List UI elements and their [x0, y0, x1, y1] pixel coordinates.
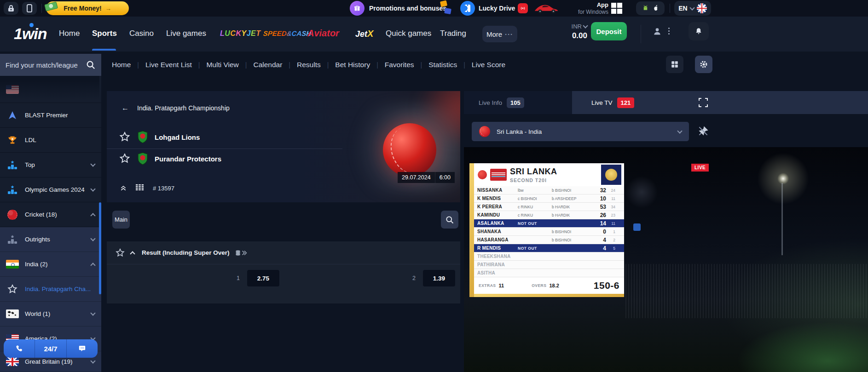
kebab-menu-icon[interactable] [668, 28, 670, 34]
promotions-link[interactable]: Promotions and bonuses [369, 5, 446, 12]
subnav-live-score[interactable]: Live Score [472, 61, 505, 69]
language-selector[interactable]: EN [674, 1, 711, 16]
stream-title: Sri Lanka - India [497, 128, 671, 135]
sidebar-item-label: Great Britain (19) [25, 358, 86, 365]
nav-lucky-jet[interactable]: LUCKYJET [220, 29, 261, 38]
subnav-statistics[interactable]: Statistics [428, 61, 457, 69]
total-score: 150-6 [594, 280, 619, 291]
nav-jetx[interactable]: JetX [355, 29, 373, 39]
tab-live-info[interactable]: Live Info 105 [479, 91, 524, 114]
divider [641, 25, 641, 43]
usa-flag-icon [6, 85, 19, 94]
podium-icon [6, 234, 19, 245]
scorecard-row: K MENDISc BISHNOIb ARSHDEEP1011 [474, 195, 624, 203]
divider [670, 4, 670, 13]
nav-sports[interactable]: Sports [92, 29, 117, 38]
team-badge-icon [137, 131, 148, 143]
subnav-home[interactable]: Home [112, 61, 131, 69]
nav-casino[interactable]: Casino [129, 29, 154, 38]
subnav-bet-history[interactable]: Bet History [335, 61, 370, 69]
active-tab-indicator [92, 49, 116, 51]
support-call-button[interactable] [4, 339, 35, 358]
favorite-star-icon[interactable] [115, 248, 125, 258]
user-profile-icon[interactable] [653, 27, 662, 36]
sidebar-item-blast-premier[interactable]: BLAST Premier [0, 103, 101, 128]
notifications-button[interactable] [689, 22, 709, 40]
nav-aviator[interactable]: Aviator [307, 28, 339, 39]
scorecard-gold-edge [469, 163, 474, 297]
nav-trading[interactable]: Trading [440, 29, 466, 38]
balance-selector[interactable]: INR 0.00 [561, 23, 587, 40]
windows-icon [611, 3, 622, 14]
nav-more-button[interactable]: More··· [482, 26, 517, 42]
subnav-calendar[interactable]: Calendar [253, 61, 282, 69]
ticket-icon[interactable] [460, 1, 475, 16]
settings-button[interactable] [695, 56, 712, 73]
unpin-button[interactable] [697, 125, 709, 137]
subnav-live-event-list[interactable]: Live Event List [145, 61, 192, 69]
bet-calculator-button[interactable] [666, 56, 683, 73]
subnav-results[interactable]: Results [297, 61, 321, 69]
back-arrow-icon[interactable]: ← [122, 104, 129, 112]
mobile-os-apps[interactable] [636, 1, 665, 15]
tab-main-markets[interactable]: Main [112, 211, 130, 229]
main-navigation: 1win Home Sports Casino Live games LUCKY… [0, 17, 868, 52]
overs-value: 18.2 [549, 283, 559, 288]
match-search-box[interactable] [0, 54, 101, 76]
podium-icon [6, 160, 19, 171]
mobile-app-button[interactable] [22, 2, 37, 15]
sidebar-item-partial[interactable] [0, 76, 101, 103]
nav-live-games[interactable]: Live games [166, 29, 206, 38]
stream-selector[interactable]: Sri Lanka - India [472, 122, 689, 141]
fullscreen-button[interactable] [698, 97, 709, 108]
nav-quick-games[interactable]: Quick games [386, 29, 431, 38]
sidebar-item-ldl[interactable]: LDL [0, 128, 101, 153]
for-windows-label: for Windows [567, 9, 608, 16]
sidebar-item-label: Outrights [25, 236, 86, 243]
statistics-columns-icon[interactable] [135, 184, 145, 192]
sidebar-item-cricket[interactable]: Cricket (18) [0, 202, 101, 227]
odd-button-2[interactable]: 1.39 [423, 270, 455, 286]
separator: | [376, 61, 378, 69]
favorite-star-icon[interactable] [119, 153, 131, 165]
sidebar-item-pratapgarh-championship[interactable]: India. Pratapgarh Cha... [0, 277, 101, 302]
sidebar-item-label: Olympic Games 2024 [25, 186, 86, 193]
calculator-icon [671, 60, 679, 69]
blast-logo-icon [6, 110, 19, 121]
odd-button-1[interactable]: 2.75 [247, 270, 279, 286]
sidebar-scrollbar[interactable] [99, 202, 101, 294]
subnav-favorites[interactable]: Favorites [385, 61, 414, 69]
nav-home[interactable]: Home [59, 29, 80, 38]
sidebar-item-outrights[interactable]: Outrights [0, 227, 101, 252]
logo-1win[interactable]: 1win [14, 25, 47, 43]
lock-button[interactable] [4, 2, 18, 15]
support-chat-button[interactable] [66, 339, 98, 358]
language-code: EN [678, 5, 687, 12]
search-icon [445, 215, 454, 224]
live-tv-stream[interactable]: LIVE SRI LANKA SECOND T20I NISSANKAlbwb … [464, 147, 868, 372]
nav-speed-cash[interactable]: SPEED&CASH [263, 29, 312, 37]
free-money-button[interactable]: Free Money! → [46, 1, 129, 15]
app-for-windows-link[interactable]: App for Windows [567, 1, 608, 16]
sidebar-item-label: India (2) [25, 261, 86, 268]
sidebar-item-world[interactable]: World (1) [0, 302, 101, 326]
support-247-label[interactable]: 24/7 [35, 339, 66, 358]
sidebar-item-olympic-games[interactable]: Olympic Games 2024 [0, 177, 101, 202]
favorite-star-icon[interactable] [119, 131, 131, 143]
android-icon [642, 5, 649, 12]
sidebar-item-label: India. Pratapgarh Cha... [25, 286, 95, 292]
match-date: 29.07.2024 [398, 172, 435, 183]
market-search-button[interactable] [441, 211, 458, 229]
lucky-drive-link[interactable]: Lucky Drive [479, 5, 515, 12]
cricket-ball-icon [479, 126, 490, 137]
sidebar-item-top[interactable]: Top [0, 153, 101, 177]
market-header[interactable]: Result (Including Super Over) [107, 241, 460, 264]
sidebar-item-india[interactable]: India (2) [0, 252, 101, 277]
deposit-button[interactable]: Deposit [591, 22, 627, 40]
chevron-up-icon [130, 251, 135, 256]
search-input[interactable] [6, 61, 83, 69]
subnav-multi-view[interactable]: Multi View [206, 61, 238, 69]
gift-icon[interactable] [350, 1, 365, 16]
tab-live-tv[interactable]: Live TV 121 [591, 91, 634, 114]
collapse-all-icon[interactable] [120, 184, 127, 192]
